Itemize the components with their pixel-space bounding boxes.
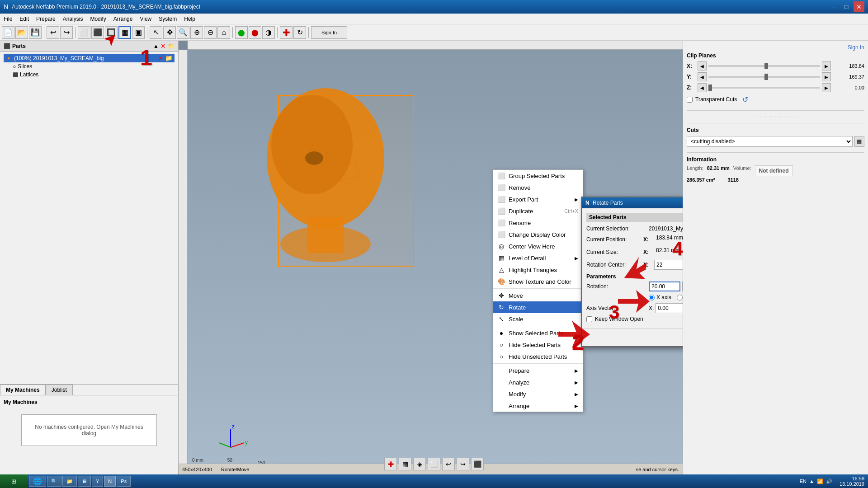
tb-home[interactable]: ⌂ <box>217 26 230 39</box>
ctx-prepare[interactable]: Prepare ▶ <box>493 365 583 376</box>
taskbar-clock[interactable]: 16:58 13.10.2019 <box>836 476 868 487</box>
taskbar-item-3[interactable]: 📁 <box>62 476 77 487</box>
menu-edit[interactable]: Edit <box>16 15 33 23</box>
parts-expand[interactable]: 📁 <box>168 42 175 50</box>
taskbar-item-4[interactable]: 🖥 <box>78 476 91 487</box>
menu-arrange[interactable]: Arrange <box>110 15 137 23</box>
ctx-center-view[interactable]: ◎ Center View Here <box>493 240 583 252</box>
svg-point-1 <box>271 95 353 194</box>
tb-part-view5[interactable]: ▣ <box>132 26 145 39</box>
rotation-value-input[interactable] <box>649 282 680 291</box>
taskbar-item-2[interactable]: 🔍 <box>47 476 61 487</box>
ctx-remove[interactable]: ⬜ Remove <box>493 182 583 193</box>
clip-y-right-btn[interactable]: ▶ <box>822 72 831 81</box>
angle-45-btn[interactable]: 45° <box>682 282 683 291</box>
tb-part-view[interactable]: ⬜ <box>78 26 90 39</box>
ctx-hide-sel[interactable]: ○ Hide Selected Parts <box>493 339 583 351</box>
tb-redo[interactable]: ↪ <box>60 26 73 39</box>
tb-zoom2[interactable]: ⊕ <box>190 26 203 39</box>
ctx-scale[interactable]: ⤡ Scale <box>493 313 583 325</box>
maximize-button[interactable]: □ <box>841 1 852 12</box>
tb-red[interactable]: ⬤ <box>249 26 261 39</box>
transparent-cuts-checkbox[interactable] <box>687 97 693 103</box>
taskbar-item-netfabb[interactable]: N <box>104 476 116 487</box>
tb-cursor[interactable]: ↖ <box>150 26 162 39</box>
ctx-analyze[interactable]: Analyze ▶ <box>493 376 583 388</box>
tb-part-view3[interactable]: 🔲 <box>105 26 118 39</box>
tb-sign-in[interactable]: Sign In <box>311 26 347 39</box>
rotate-center-x[interactable] <box>654 260 683 270</box>
ctx-show-sel[interactable]: ● Show Selected Parts <box>493 327 583 339</box>
tb-part-view2[interactable]: ⬛ <box>91 26 104 39</box>
tb-undo[interactable]: ↩ <box>47 26 59 39</box>
parts-close[interactable]: ✕ <box>160 42 166 50</box>
tree-close-part[interactable]: ✕ <box>158 55 163 61</box>
ctx-rename[interactable]: ⬜ Rename <box>493 217 583 229</box>
taskbar-item-5[interactable]: Y <box>92 476 103 487</box>
clip-z-thumb[interactable] <box>708 84 712 91</box>
ctx-rotate[interactable]: ↻ Rotate <box>493 301 583 313</box>
start-button[interactable]: ⊞ <box>0 474 27 488</box>
ctx-hide-unsel[interactable]: ○ Hide Unselected Parts <box>493 351 583 362</box>
ctx-duplicate-icon: ⬜ <box>498 207 505 215</box>
ctx-show-texture[interactable]: 🎨 Show Texture and Color <box>493 276 583 287</box>
clip-z-right-btn[interactable]: ▶ <box>822 83 831 92</box>
clip-y-slider[interactable] <box>708 76 820 78</box>
menu-system[interactable]: System <box>155 15 180 23</box>
clip-x-left-btn[interactable]: ◀ <box>698 61 707 70</box>
radio-x-axis[interactable]: X axis <box>649 294 671 300</box>
ctx-lod[interactable]: ▦ Level of Detail ▶ <box>493 252 583 264</box>
tab-my-machines[interactable]: My Machines <box>0 385 46 395</box>
ctx-change-color[interactable]: ⬜ Change Display Color <box>493 229 583 240</box>
clip-x-thumb[interactable] <box>764 63 768 69</box>
tb-rotate[interactable]: ↻ <box>293 26 306 39</box>
menu-view[interactable]: View <box>136 15 155 23</box>
tree-expand-part[interactable]: 📁 <box>165 55 173 61</box>
taskbar-item-ps[interactable]: Ps <box>117 476 131 487</box>
tb-part-view4[interactable]: ▦ <box>118 26 131 39</box>
tb-open[interactable]: 📂 <box>15 26 28 39</box>
menu-help[interactable]: Help <box>180 15 199 23</box>
clip-x-slider[interactable] <box>708 65 820 67</box>
menu-prepare[interactable]: Prepare <box>33 15 59 23</box>
ctx-highlight[interactable]: △ Highlight Triangles <box>493 264 583 276</box>
tree-item-slices[interactable]: ○ Slices <box>4 62 175 70</box>
minimize-button[interactable]: ─ <box>828 1 839 12</box>
parts-collapse[interactable]: ▲ <box>153 42 159 50</box>
tb-half[interactable]: ◑ <box>262 26 275 39</box>
menu-file[interactable]: File <box>0 15 16 23</box>
tab-joblist[interactable]: Joblist <box>46 385 73 395</box>
cuts-icon-btn[interactable]: ▦ <box>854 136 864 147</box>
menu-modify[interactable]: Modify <box>86 15 109 23</box>
viewport[interactable]: z y 0 mm 50 150 450x420x400 Rotate/Move … <box>179 41 683 474</box>
cuts-dropdown[interactable]: <cutting disabled> <box>687 136 853 147</box>
ctx-move[interactable]: ✥ Move <box>493 290 583 301</box>
tb-save[interactable]: 💾 <box>29 26 42 39</box>
av-x-input[interactable] <box>656 303 683 313</box>
refresh-btn[interactable]: ↺ <box>740 94 750 105</box>
ctx-arrange[interactable]: Arrange ▶ <box>493 400 583 412</box>
tree-item-part[interactable]: 🔸 (100%) 20191013_My_SCREAM_big ✕ 📁 <box>4 54 175 62</box>
clip-y-left-btn[interactable]: ◀ <box>698 72 707 81</box>
tb-zoom[interactable]: 🔍 <box>177 26 189 39</box>
tb-add-part[interactable]: ✚ <box>280 26 292 39</box>
ctx-group-selected[interactable]: ⬜ Group Selected Parts <box>493 170 583 182</box>
tree-item-lattices[interactable]: ⬛ Lattices <box>4 70 175 79</box>
clip-z-left-btn[interactable]: ◀ <box>698 83 707 92</box>
tb-zoom3[interactable]: ⊖ <box>204 26 217 39</box>
taskbar-item-1[interactable]: 🌐 <box>29 476 46 487</box>
clip-x-right-btn[interactable]: ▶ <box>822 61 831 70</box>
ctx-modify[interactable]: Modify ▶ <box>493 388 583 400</box>
ctx-export[interactable]: ⬜ Export Part ▶ <box>493 193 583 205</box>
ctx-duplicate[interactable]: ⬜ Duplicate Ctrl+X <box>493 205 583 217</box>
clip-z-slider[interactable] <box>708 87 820 89</box>
tb-pan[interactable]: ✥ <box>163 26 176 39</box>
signin-button[interactable]: Sign In <box>848 44 864 51</box>
keep-window-checkbox[interactable] <box>586 316 592 322</box>
close-button[interactable]: ✕ <box>854 1 864 12</box>
menu-analysis[interactable]: Analysis <box>59 15 87 23</box>
tb-green[interactable]: ⬤ <box>235 26 248 39</box>
clip-y-thumb[interactable] <box>764 74 768 80</box>
tb-new[interactable]: 📄 <box>2 26 14 39</box>
radio-y-axis[interactable]: Y axis <box>677 294 683 300</box>
